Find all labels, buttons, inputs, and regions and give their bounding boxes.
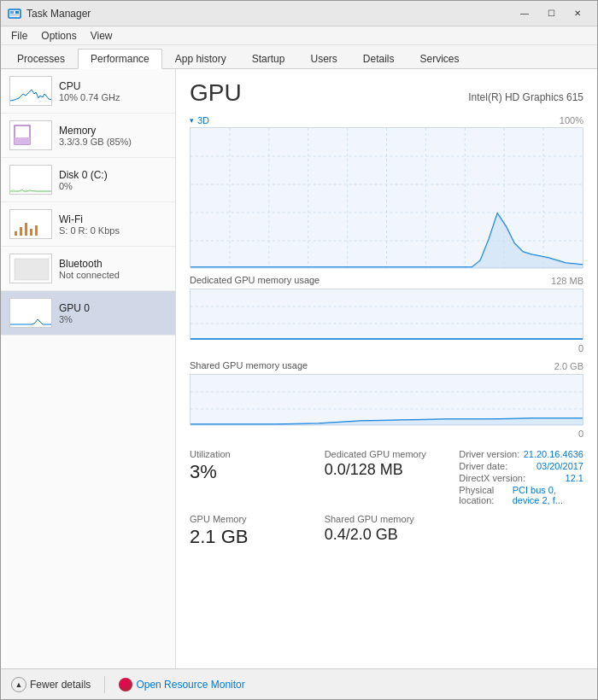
- gpu-memory-label: GPU Memory: [190, 514, 314, 524]
- open-monitor-link[interactable]: Open Resource Monitor: [119, 678, 244, 691]
- menu-view[interactable]: View: [84, 28, 120, 44]
- tab-performance[interactable]: Performance: [78, 49, 162, 69]
- driver-date-row: Driver date: 03/20/2017: [459, 461, 583, 471]
- dedicated-gpu-label: Dedicated GPU memory: [325, 449, 449, 459]
- disk-value: 0%: [59, 181, 167, 191]
- dedicated-min: 0: [190, 343, 583, 353]
- gpu0-thumbnail: [9, 298, 52, 328]
- svg-rect-11: [20, 227, 22, 236]
- gpu0-info: GPU 0 3%: [59, 302, 167, 324]
- directx-value: 12.1: [566, 473, 583, 483]
- sidebar-item-memory[interactable]: Memory 3.3/3.9 GB (85%): [1, 114, 175, 158]
- sidebar-item-cpu[interactable]: CPU 10% 0.74 GHz: [1, 69, 175, 114]
- main-content: CPU 10% 0.74 GHz Memory 3.3/3.9 GB (85%): [1, 69, 597, 668]
- disk-thumbnail: [9, 165, 52, 195]
- driver-date-label: Driver date:: [459, 461, 507, 471]
- tab-processes[interactable]: Processes: [4, 48, 78, 68]
- close-button[interactable]: ✕: [565, 5, 590, 22]
- minimize-button[interactable]: —: [512, 5, 537, 22]
- svg-rect-4: [10, 77, 52, 106]
- svg-rect-2: [15, 11, 19, 14]
- bluetooth-info: Bluetooth Not connected: [59, 258, 167, 280]
- shared-gpu-graph: [190, 374, 583, 425]
- sidebar-item-wifi[interactable]: Wi-Fi S: 0 R: 0 Kbps: [1, 202, 175, 247]
- task-manager-window: Task Manager — ☐ ✕ File Options View Pro…: [0, 0, 598, 700]
- graph3d-max: 100%: [560, 115, 583, 125]
- disk-label: Disk 0 (C:): [59, 169, 167, 181]
- monitor-icon: [119, 678, 132, 691]
- gpu0-value: 3%: [59, 314, 167, 324]
- gpu-header: GPU Intel(R) HD Graphics 615: [190, 79, 583, 107]
- gpu-model: Intel(R) HD Graphics 615: [468, 91, 583, 103]
- dedicated-gpu-graph: [190, 289, 583, 340]
- title-bar: Task Manager — ☐ ✕: [1, 1, 597, 26]
- utilization-label: Utilization: [190, 449, 314, 459]
- directx-row: DirectX version: 12.1: [459, 473, 583, 483]
- driver-date-value: 03/20/2017: [536, 461, 583, 471]
- menu-options[interactable]: Options: [34, 28, 83, 44]
- sidebar-item-disk[interactable]: Disk 0 (C:) 0%: [1, 158, 175, 202]
- sidebar-item-gpu0[interactable]: GPU 0 3%: [1, 291, 175, 335]
- cpu-thumbnail: [9, 76, 52, 106]
- disk-info: Disk 0 (C:) 0%: [59, 169, 167, 191]
- stat-dedicated: Dedicated GPU memory 0.0/128 MB: [325, 449, 449, 507]
- driver-version-row: Driver version: 21.20.16.4636: [459, 449, 583, 459]
- wifi-thumbnail: [9, 209, 52, 239]
- tab-app-history[interactable]: App history: [162, 48, 239, 68]
- wifi-value: S: 0 R: 0 Kbps: [59, 225, 167, 236]
- gpu-3d-graph: [190, 127, 583, 268]
- svg-marker-36: [191, 418, 583, 426]
- driver-info: Driver version: 21.20.16.4636 Driver dat…: [459, 449, 583, 507]
- cpu-info: CPU 10% 0.74 GHz: [59, 80, 167, 102]
- directx-label: DirectX version:: [459, 473, 525, 483]
- svg-rect-3: [10, 15, 19, 15]
- menu-file[interactable]: File: [4, 28, 34, 44]
- svg-rect-1: [10, 11, 14, 14]
- svg-rect-16: [15, 259, 49, 280]
- tab-startup[interactable]: Startup: [239, 48, 298, 68]
- svg-rect-17: [10, 299, 52, 328]
- shared-section-label: Shared GPU memory usage: [190, 360, 308, 370]
- tab-details[interactable]: Details: [350, 48, 407, 68]
- shared-gpu-label: Shared GPU memory: [325, 514, 449, 524]
- tab-bar: Processes Performance App history Startu…: [1, 45, 597, 69]
- window-title: Task Manager: [26, 8, 512, 20]
- tab-services[interactable]: Services: [407, 48, 472, 68]
- fewer-details-button[interactable]: ▲ Fewer details: [11, 677, 91, 692]
- stat-gpu-memory: GPU Memory 2.1 GB: [190, 514, 314, 548]
- bluetooth-value: Not connected: [59, 270, 167, 280]
- wifi-label: Wi-Fi: [59, 213, 167, 225]
- gpu-title: GPU: [190, 79, 242, 107]
- footer: ▲ Fewer details Open Resource Monitor: [1, 668, 597, 699]
- app-icon: [8, 7, 21, 20]
- physical-label: Physical location:: [459, 485, 512, 505]
- memory-info: Memory 3.3/3.9 GB (85%): [59, 125, 167, 147]
- tab-users[interactable]: Users: [297, 48, 349, 68]
- memory-thumbnail: [9, 120, 52, 150]
- cpu-label: CPU: [59, 80, 167, 92]
- driver-version-value: 21.20.16.4636: [524, 449, 583, 459]
- dedicated-max: 128 MB: [551, 276, 583, 286]
- shared-gpu-value: 0.4/2.0 GB: [325, 526, 449, 544]
- stat-shared: Shared GPU memory 0.4/2.0 GB: [325, 514, 449, 548]
- physical-row: Physical location: PCI bus 0, device 2, …: [459, 485, 583, 505]
- memory-value: 3.3/3.9 GB (85%): [59, 137, 167, 147]
- maximize-button[interactable]: ☐: [538, 5, 564, 22]
- sidebar-item-bluetooth[interactable]: Bluetooth Not connected: [1, 247, 175, 291]
- svg-rect-10: [15, 231, 17, 236]
- svg-rect-12: [25, 223, 27, 236]
- fewer-details-label: Fewer details: [30, 679, 91, 691]
- svg-rect-14: [35, 225, 38, 236]
- bluetooth-thumbnail: [9, 254, 52, 283]
- menu-bar: File Options View: [1, 26, 597, 45]
- shared-min: 0: [190, 429, 583, 439]
- dedicated-gpu-value: 0.0/128 MB: [325, 461, 449, 479]
- cpu-value: 10% 0.74 GHz: [59, 92, 167, 102]
- shared-max: 2.0 GB: [554, 361, 583, 371]
- gpu-memory-value: 2.1 GB: [190, 526, 314, 548]
- svg-rect-7: [15, 137, 30, 144]
- sidebar: CPU 10% 0.74 GHz Memory 3.3/3.9 GB (85%): [1, 69, 176, 668]
- shared-label-row: Shared GPU memory usage 2.0 GB: [190, 360, 583, 372]
- bluetooth-label: Bluetooth: [59, 258, 167, 270]
- wifi-info: Wi-Fi S: 0 R: 0 Kbps: [59, 213, 167, 236]
